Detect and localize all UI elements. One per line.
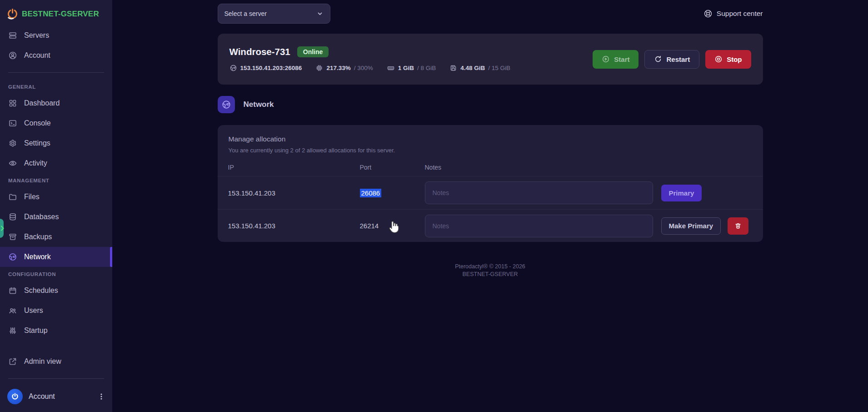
- dashboard-grid-icon: [8, 99, 17, 108]
- memory-icon: [387, 64, 395, 72]
- sidebar-item-dashboard[interactable]: Dashboard: [0, 93, 112, 113]
- topbar: Select a server Support center: [218, 2, 763, 25]
- stop-label: Stop: [727, 55, 742, 63]
- brand-logo[interactable]: BESTNET-GSERVER: [0, 0, 112, 25]
- sidebar-section-management: MANAGEMENT: [0, 178, 112, 183]
- globe-icon: [8, 252, 17, 261]
- sidebar-item-label: Servers: [24, 31, 49, 40]
- sidebar-divider: [8, 72, 104, 73]
- memory-limit: / 8 GiB: [417, 65, 436, 71]
- start-button[interactable]: Start: [593, 50, 639, 69]
- stop-button[interactable]: Stop: [705, 50, 751, 69]
- calendar-icon: [8, 286, 17, 295]
- sidebar-item-label: Startup: [24, 327, 48, 335]
- sidebar-divider: [8, 378, 104, 379]
- cpu-value: 217.33%: [326, 65, 350, 71]
- external-link-icon: [8, 357, 17, 366]
- avatar: [7, 389, 23, 404]
- sidebar-item-label: Admin view: [24, 357, 61, 366]
- power-logo-icon: [10, 392, 20, 401]
- sidebar-item-label: Users: [24, 306, 43, 315]
- kebab-menu-icon[interactable]: [98, 392, 105, 401]
- cpu-limit: / 300%: [354, 65, 373, 71]
- make-primary-button[interactable]: Make Primary: [661, 217, 721, 235]
- disk-limit: / 15 GiB: [488, 65, 510, 71]
- sidebar-item-label: Network: [24, 253, 51, 261]
- chevron-down-icon: [316, 10, 324, 17]
- sidebar-item-backups[interactable]: Backups: [0, 227, 112, 247]
- sidebar-item-activity[interactable]: Activity: [0, 153, 112, 173]
- database-icon: [8, 212, 17, 221]
- sidebar-item-servers[interactable]: Servers: [0, 25, 112, 45]
- sidebar-bottom: Admin view Account: [0, 352, 112, 412]
- column-header-port: Port: [360, 164, 425, 171]
- sidebar-item-network[interactable]: Network: [0, 247, 112, 267]
- trash-icon: [734, 222, 742, 230]
- sidebar-section-general: GENERAL: [0, 84, 112, 90]
- sidebar-item-databases[interactable]: Databases: [0, 207, 112, 227]
- gear-icon: [8, 139, 17, 148]
- disk-stat: 4.48 GiB / 15 GiB: [449, 64, 510, 72]
- allocations-card: Manage allocation You are currently usin…: [218, 125, 763, 242]
- status-badge: Online: [297, 46, 329, 57]
- sidebar-item-admin-view[interactable]: Admin view: [0, 352, 112, 372]
- support-center-link[interactable]: Support center: [703, 9, 763, 18]
- notes-input[interactable]: [425, 181, 653, 204]
- server-info: Windrose-731 Online 153.150.41.203:26086: [229, 46, 511, 72]
- network-section-header: Network: [218, 96, 763, 113]
- column-header-ip: IP: [228, 164, 360, 171]
- sidebar-item-label: Dashboard: [24, 99, 60, 107]
- server-select-dropdown[interactable]: Select a server: [218, 4, 330, 24]
- users-icon: [8, 306, 17, 315]
- sliders-icon: [8, 326, 17, 335]
- restart-button[interactable]: Restart: [644, 50, 699, 69]
- selected-port-text[interactable]: 26086: [360, 189, 382, 197]
- allocation-row-primary: 153.150.41.203 26086 Primary: [218, 176, 763, 209]
- sidebar-item-schedules[interactable]: Schedules: [0, 281, 112, 301]
- cpu-stat: 217.33% / 300%: [315, 64, 373, 72]
- sidebar-item-console[interactable]: Console: [0, 113, 112, 133]
- terminal-icon: [8, 119, 17, 128]
- sidebar-item-startup[interactable]: Startup: [0, 321, 112, 341]
- drawer-handle[interactable]: [0, 219, 4, 238]
- power-actions: Start Restart Stop: [593, 50, 751, 69]
- sidebar-item-account[interactable]: Account: [0, 45, 112, 65]
- memory-stat: 1 GiB / 8 GiB: [387, 64, 436, 72]
- server-summary-card: Windrose-731 Online 153.150.41.203:26086: [218, 34, 763, 85]
- ip-cell: 153.150.41.203: [228, 189, 360, 197]
- globe-icon: [221, 100, 231, 110]
- archive-box-icon: [8, 232, 17, 241]
- sidebar-item-files[interactable]: Files: [0, 187, 112, 207]
- sidebar: BESTNET-GSERVER Servers Account GENERAL …: [0, 0, 112, 412]
- actions-cell: Primary: [661, 185, 751, 201]
- server-address-stat: 153.150.41.203:26086: [229, 64, 302, 72]
- delete-allocation-button[interactable]: [728, 217, 748, 235]
- disk-value: 4.48 GiB: [460, 65, 485, 71]
- stop-circle-icon: [714, 55, 723, 63]
- primary-button[interactable]: Primary: [661, 185, 702, 201]
- sidebar-section-configuration: CONFIGURATION: [0, 271, 112, 277]
- sidebar-item-label: Account: [24, 51, 50, 60]
- allocations-title: Manage allocation: [229, 135, 752, 143]
- actions-cell: Make Primary: [661, 217, 751, 235]
- page-title: Network: [244, 100, 274, 109]
- servers-icon: [8, 31, 17, 40]
- memory-value: 1 GiB: [398, 65, 414, 71]
- server-select-value: Select a server: [224, 10, 267, 17]
- sidebar-item-settings[interactable]: Settings: [0, 133, 112, 153]
- account-footer[interactable]: Account: [0, 386, 112, 407]
- sidebar-item-label: Settings: [24, 139, 50, 147]
- allocations-subtitle: You are currently using 2 of 2 allowed a…: [229, 147, 752, 154]
- globe-icon: [229, 64, 237, 72]
- network-icon-badge: [218, 96, 235, 113]
- allocation-row-secondary: 153.150.41.203 26214 Make Primary: [218, 209, 763, 242]
- main-area: Select a server Support center: [112, 0, 868, 412]
- lifebuoy-icon: [703, 9, 713, 18]
- cpu-icon: [315, 64, 323, 72]
- footer-brand: BESTNET-GSERVER: [218, 271, 763, 278]
- notes-input[interactable]: [425, 215, 653, 237]
- sidebar-item-label: Schedules: [24, 286, 58, 295]
- eye-icon: [8, 159, 17, 168]
- sidebar-item-users[interactable]: Users: [0, 301, 112, 321]
- sidebar-item-label: Activity: [24, 159, 47, 167]
